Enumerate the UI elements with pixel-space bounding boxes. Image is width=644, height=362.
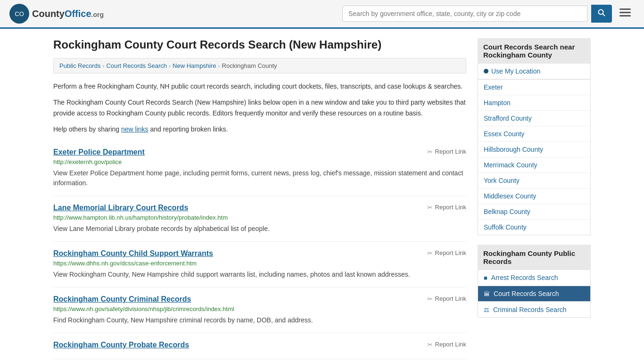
nearby-link[interactable]: Belknap County <box>478 204 590 219</box>
desc3-post: and reporting broken links. <box>149 125 228 133</box>
nearby-link[interactable]: Hampton <box>478 95 590 110</box>
nearby-link[interactable]: York County <box>478 173 590 188</box>
result-url: http://www.hampton.lib.nh.us/hampton/his… <box>53 214 466 221</box>
sidebar: Court Records Search near Rockingham Cou… <box>478 38 591 359</box>
result-desc: View Exeter Police Department home page,… <box>53 168 466 188</box>
result-desc: View Rockingham County, New Hampshire ch… <box>53 270 466 280</box>
site-header: CO CountyOffice.org <box>0 0 644 29</box>
records-section: Rockingham County Public Records ■ Arres… <box>478 245 591 318</box>
report-label: Report Link <box>435 148 466 155</box>
nearby-link-item: Hampton <box>478 95 590 111</box>
nearby-link[interactable]: Exeter <box>478 80 590 95</box>
record-icon: ⚖ <box>484 306 489 313</box>
breadcrumb-sep-1: › <box>102 63 104 69</box>
nearby-link[interactable]: Strafford County <box>478 111 590 126</box>
record-icon: 🏛 <box>484 290 490 297</box>
result-url: https://www.dhhs.nh.gov/dcss/case-enforc… <box>53 260 466 267</box>
menu-button[interactable] <box>616 6 635 22</box>
nearby-link-item: Essex County <box>478 126 590 142</box>
content-area: Rockingham County Court Records Search (… <box>53 38 466 359</box>
breadcrumb-link-court-records[interactable]: Court Records Search <box>106 62 167 69</box>
svg-point-2 <box>599 10 603 15</box>
result-url: https://www.nh.gov/safety/divisions/nhsp… <box>53 305 466 313</box>
report-link[interactable]: ✂ Report Link <box>427 295 466 303</box>
location-icon <box>484 69 488 74</box>
result-item: Exeter Police Department ✂ Report Link h… <box>53 140 466 196</box>
result-desc: Find Rockingham County, New Hampshire cr… <box>53 315 466 325</box>
logo-text[interactable]: CountyOffice.org <box>32 8 104 19</box>
result-title[interactable]: Lane Memorial Library Court Records <box>53 204 188 212</box>
report-icon: ✂ <box>427 249 433 257</box>
result-header: Lane Memorial Library Court Records ✂ Re… <box>53 204 466 214</box>
nearby-section: Court Records Search near Rockingham Cou… <box>478 38 591 235</box>
report-link[interactable]: ✂ Report Link <box>427 249 466 257</box>
new-links-link[interactable]: new links <box>121 125 149 133</box>
report-label: Report Link <box>435 341 466 348</box>
logo-area: CO CountyOffice.org <box>9 4 104 24</box>
report-label: Report Link <box>435 204 466 211</box>
result-header: Rockingham County Criminal Records ✂ Rep… <box>53 295 466 305</box>
record-link[interactable]: 🏛 Court Records Search <box>478 286 590 302</box>
record-link[interactable]: ⚖ Criminal Records Search <box>478 302 590 317</box>
report-icon: ✂ <box>427 148 433 156</box>
result-url: http://exeternh.gov/police <box>53 158 466 165</box>
record-link-item: 🏛 Court Records Search <box>478 286 590 302</box>
report-icon: ✂ <box>427 295 433 303</box>
report-label: Report Link <box>435 249 466 256</box>
results-list: Exeter Police Department ✂ Report Link h… <box>53 140 466 359</box>
nearby-list: Use My Location <box>478 64 591 80</box>
result-item: Rockingham County Criminal Records ✂ Rep… <box>53 288 466 333</box>
breadcrumb-link-public-records[interactable]: Public Records <box>59 62 100 69</box>
description-1: Perform a free Rockingham County, NH pub… <box>53 81 466 91</box>
result-title[interactable]: Rockingham County Child Support Warrants <box>53 249 213 258</box>
use-location-item[interactable]: Use My Location <box>478 64 590 79</box>
description-2: The Rockingham County Court Records Sear… <box>53 97 466 118</box>
breadcrumb-link-new-hampshire[interactable]: New Hampshire <box>173 62 216 69</box>
search-input[interactable] <box>342 6 587 22</box>
nearby-link-item: Exeter <box>478 80 590 95</box>
record-icon: ■ <box>484 274 487 281</box>
use-location-label: Use My Location <box>491 67 540 75</box>
report-link[interactable]: ✂ Report Link <box>427 341 466 348</box>
result-desc: View Lane Memorial Library probate recor… <box>53 224 466 234</box>
result-item: Lane Memorial Library Court Records ✂ Re… <box>53 196 466 242</box>
svg-line-3 <box>603 14 605 16</box>
record-label: Criminal Records Search <box>493 306 567 313</box>
nearby-link-item: York County <box>478 173 590 189</box>
report-label: Report Link <box>435 295 466 302</box>
svg-rect-5 <box>619 12 631 13</box>
nearby-link-item: Middlesex County <box>478 189 590 204</box>
desc3-pre: Help others by sharing <box>53 125 121 133</box>
result-item: Rockingham County Child Support Warrants… <box>53 242 466 288</box>
result-title[interactable]: Rockingham County Probate Records <box>53 341 189 349</box>
breadcrumb-current: Rockingham County <box>222 62 277 69</box>
record-link-item: ⚖ Criminal Records Search <box>478 302 590 317</box>
nearby-link[interactable]: Hillsborough County <box>478 142 590 157</box>
result-header: Exeter Police Department ✂ Report Link <box>53 148 466 158</box>
result-title[interactable]: Exeter Police Department <box>53 148 145 156</box>
nearby-link[interactable]: Middlesex County <box>478 189 590 204</box>
search-button[interactable] <box>591 5 612 23</box>
result-item: Rockingham County Probate Records ✂ Repo… <box>53 333 466 359</box>
report-icon: ✂ <box>427 341 433 348</box>
nearby-link-item: Merrimack County <box>478 157 590 173</box>
records-header: Rockingham County Public Records <box>478 245 591 270</box>
description-3: Help others by sharing new links and rep… <box>53 124 466 134</box>
nearby-link[interactable]: Suffolk County <box>478 220 590 235</box>
nearby-link[interactable]: Merrimack County <box>478 157 590 173</box>
nearby-link[interactable]: Essex County <box>478 126 590 141</box>
record-label: Arrest Records Search <box>491 274 558 281</box>
result-title[interactable]: Rockingham County Criminal Records <box>53 295 191 304</box>
record-label: Court Records Search <box>494 290 559 297</box>
breadcrumb: Public Records › Court Records Search › … <box>53 58 466 74</box>
nearby-links-list: ExeterHamptonStrafford CountyEssex Count… <box>478 80 591 235</box>
report-link[interactable]: ✂ Report Link <box>427 148 466 156</box>
report-link[interactable]: ✂ Report Link <box>427 204 466 211</box>
use-location-link[interactable]: Use My Location <box>478 64 590 79</box>
result-header: Rockingham County Probate Records ✂ Repo… <box>53 341 466 351</box>
record-link-item: ■ Arrest Records Search <box>478 270 590 286</box>
record-link[interactable]: ■ Arrest Records Search <box>478 270 590 286</box>
nearby-link-item: Strafford County <box>478 111 590 126</box>
nearby-link-item: Hillsborough County <box>478 142 590 157</box>
result-header: Rockingham County Child Support Warrants… <box>53 249 466 260</box>
